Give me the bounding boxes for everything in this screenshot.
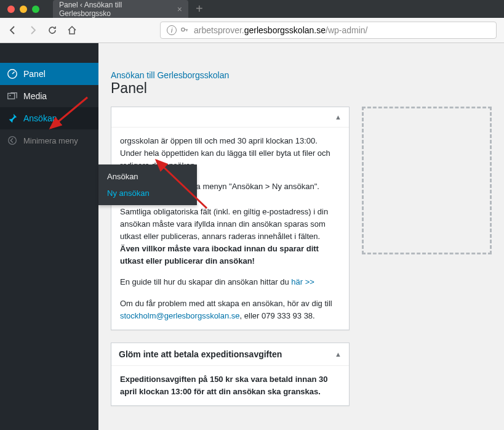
chevron-up-icon[interactable]: ▲ <box>335 351 342 358</box>
reload-icon <box>47 25 57 35</box>
sidebar-collapse-button[interactable]: Minimera meny <box>0 129 98 152</box>
page-title: Panel <box>111 80 492 97</box>
maximize-window-button[interactable] <box>32 6 39 13</box>
guide-link[interactable]: här >> <box>291 277 314 286</box>
postbox-body: orgsskolan är öppen till och med 30 apri… <box>111 128 349 330</box>
collapse-icon <box>6 134 18 147</box>
sidebar-item-label: Media <box>23 91 47 101</box>
breadcrumb[interactable]: Ansökan till Gerlesborgsskolan <box>111 70 229 80</box>
key-icon <box>180 25 189 36</box>
browser-tab-bar: Panel ‹ Ansökan till Gerlesborgssko × + <box>0 0 504 18</box>
minimize-window-button[interactable] <box>20 6 27 13</box>
arrow-right-icon <box>28 25 38 35</box>
home-button[interactable] <box>66 25 78 36</box>
postbox-header[interactable]: Glöm inte att betala expeditionsavgiften… <box>111 343 349 366</box>
admin-sidebar: Panel Media Ansökan Minimera meny <box>0 43 98 430</box>
reload-button[interactable] <box>47 25 58 36</box>
dashboard-icon <box>6 68 18 80</box>
ansokan-submenu: Ansökan Ny ansökan <box>98 164 197 205</box>
home-icon <box>67 25 77 35</box>
contact-phone: , eller 079 333 93 38. <box>240 311 315 320</box>
guide-text: En guide till hur du skapar din ansökan … <box>120 277 291 286</box>
svg-point-4 <box>9 137 17 145</box>
forward-button[interactable] <box>27 25 38 36</box>
url-path: /wp-admin/ <box>326 25 367 35</box>
svg-rect-2 <box>8 94 15 99</box>
sidebar-item-label: Minimera meny <box>23 136 78 145</box>
welcome-para-3-bold: Även villkor måste vara ibockad innan du… <box>120 244 319 266</box>
submenu-item-ansokan[interactable]: Ansökan <box>98 168 197 185</box>
sidebar-item-label: Ansökan <box>23 113 57 123</box>
contact-text: Om du får problem med att skapa en ansök… <box>120 299 332 308</box>
postbox-header[interactable]: ▲ <box>111 107 349 128</box>
contact-email-link[interactable]: stockholm@gerlesborgsskolan.se <box>120 311 240 320</box>
arrow-left-icon <box>8 25 18 35</box>
submenu-item-ny-ansokan[interactable]: Ny ansökan <box>98 185 197 201</box>
browser-toolbar: i arbetsprover.gerlesborgsskolan.se/wp-a… <box>0 18 504 43</box>
close-tab-icon[interactable]: × <box>177 4 182 14</box>
fee-postbox: Glöm inte att betala expeditionsavgiften… <box>111 343 350 406</box>
pin-icon <box>6 112 18 124</box>
url-domain: gerlesborgsskolan.se <box>244 25 326 35</box>
sidebar-item-panel[interactable]: Panel <box>0 63 98 85</box>
url-subdomain: arbetsprover. <box>194 25 244 35</box>
fee-text: Expeditionsavgiften på 150 kr ska vara b… <box>120 375 327 396</box>
welcome-para-3: Samtliga obligatoriska fält (inkl. en gi… <box>120 207 328 241</box>
sidebar-item-label: Panel <box>23 69 46 79</box>
svg-point-3 <box>9 95 10 96</box>
close-window-button[interactable] <box>7 6 15 13</box>
sidebar-item-ansokan[interactable]: Ansökan <box>0 107 98 129</box>
window-controls <box>0 6 47 13</box>
sidebar-item-media[interactable]: Media <box>0 85 98 107</box>
postbox-title: Glöm inte att betala expeditionsavgiften <box>119 349 282 359</box>
back-button[interactable] <box>7 25 18 36</box>
welcome-postbox: ▲ orgsskolan är öppen till och med 30 ap… <box>111 107 350 330</box>
media-icon <box>6 90 18 102</box>
site-info-icon[interactable]: i <box>167 25 177 35</box>
empty-widget-area[interactable] <box>362 107 492 254</box>
svg-point-0 <box>182 28 185 31</box>
tab-title: Panel ‹ Ansökan till Gerlesborgssko <box>59 1 169 18</box>
postbox-body: Expeditionsavgiften på 150 kr ska vara b… <box>111 366 349 405</box>
main-content: Ansökan till Gerlesborgsskolan Panel ▲ o… <box>98 43 504 430</box>
new-tab-button[interactable]: + <box>188 2 210 16</box>
chevron-up-icon[interactable]: ▲ <box>335 113 342 121</box>
address-bar[interactable]: i arbetsprover.gerlesborgsskolan.se/wp-a… <box>160 22 497 39</box>
browser-tab[interactable]: Panel ‹ Ansökan till Gerlesborgssko × <box>53 0 188 18</box>
